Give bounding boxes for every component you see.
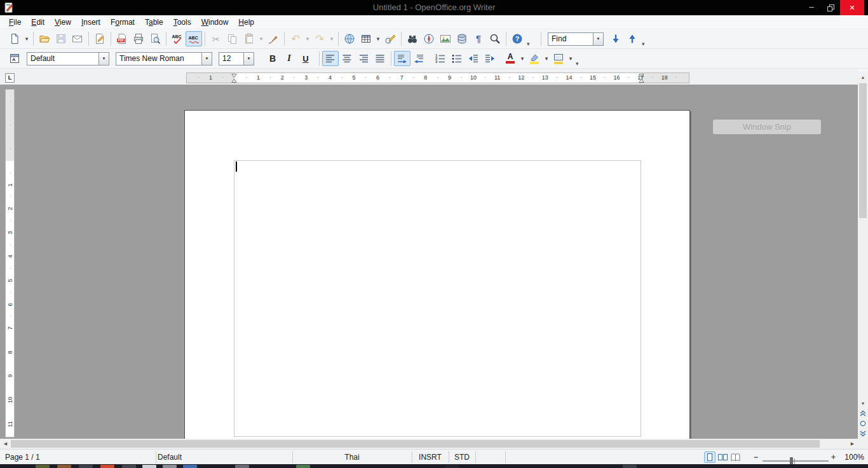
zoom-button[interactable]: [487, 31, 503, 46]
help-button[interactable]: ?: [509, 31, 526, 46]
new-document-dropdown[interactable]: [23, 31, 31, 46]
background-color-button[interactable]: [550, 51, 567, 66]
scroll-right-button[interactable]: [847, 439, 858, 449]
find-replace-button[interactable]: [404, 31, 421, 46]
font-size-combobox[interactable]: 12: [219, 52, 254, 65]
menu-window[interactable]: Window: [196, 16, 234, 29]
minimize-button[interactable]: [802, 0, 821, 15]
horizontal-ruler[interactable]: 1123456789101112131415161718············…: [186, 72, 689, 83]
view-single-page-button[interactable]: [704, 451, 715, 463]
restore-button[interactable]: [821, 0, 840, 15]
undo-button[interactable]: ↶: [287, 31, 304, 46]
spellcheck-button[interactable]: ABC: [169, 31, 186, 46]
vertical-ruler[interactable]: 1234567891011··········: [5, 89, 15, 437]
print-button[interactable]: [130, 31, 147, 46]
vertical-scrollbar-thumb[interactable]: [859, 83, 867, 218]
data-sources-button[interactable]: [454, 31, 470, 46]
previous-page-button[interactable]: [858, 408, 868, 418]
menu-edit[interactable]: Edit: [26, 16, 50, 29]
align-right-button[interactable]: [355, 51, 372, 66]
paragraph-style-dropdown-icon[interactable]: [98, 53, 109, 65]
language-field[interactable]: Thai: [292, 450, 412, 465]
horizontal-scrollbar-thumb[interactable]: [11, 440, 820, 448]
export-pdf-button[interactable]: PDF: [114, 31, 130, 46]
highlighting-button[interactable]: [526, 51, 543, 66]
close-button[interactable]: [840, 0, 864, 15]
gallery-button[interactable]: [437, 31, 454, 46]
edit-file-button[interactable]: [92, 31, 108, 46]
font-size-dropdown-icon[interactable]: [243, 53, 254, 65]
scroll-left-button[interactable]: [0, 439, 11, 449]
view-book-button[interactable]: [729, 451, 741, 463]
styles-and-formatting-button[interactable]: [6, 51, 23, 66]
font-name-dropdown-icon[interactable]: [201, 53, 212, 65]
zoom-out-button[interactable]: [754, 450, 758, 465]
taskbar-app-icon[interactable]: [296, 465, 310, 468]
zoom-level[interactable]: 100%: [840, 450, 864, 465]
cut-button[interactable]: ✂: [208, 31, 224, 46]
taskbar-app-icon[interactable]: [79, 465, 93, 468]
taskbar-app-icon[interactable]: [623, 465, 637, 468]
copy-button[interactable]: [224, 31, 241, 46]
insert-mode-field[interactable]: INSRT: [412, 450, 449, 465]
menu-file[interactable]: File: [4, 16, 26, 29]
insert-table-dropdown[interactable]: [374, 31, 382, 46]
left-to-right-button[interactable]: [394, 51, 410, 66]
auto-spellcheck-button[interactable]: ABC: [186, 31, 202, 46]
page-indicator[interactable]: Page 1 / 1: [5, 450, 40, 465]
taskbar-app-icon[interactable]: [235, 465, 249, 468]
bullet-list-button[interactable]: [449, 51, 465, 66]
menu-insert[interactable]: Insert: [76, 16, 105, 29]
menu-format[interactable]: Format: [105, 16, 140, 29]
background-color-dropdown[interactable]: [567, 51, 574, 66]
find-dropdown-icon[interactable]: [593, 33, 603, 45]
find-combobox[interactable]: Find: [548, 32, 604, 46]
taskbar-app-icon[interactable]: [163, 465, 177, 468]
nonprinting-characters-button[interactable]: ¶: [470, 31, 487, 46]
find-next-button[interactable]: [607, 31, 624, 46]
menu-view[interactable]: View: [50, 16, 76, 29]
underline-button[interactable]: U: [297, 51, 314, 66]
open-button[interactable]: [36, 31, 53, 46]
font-color-button[interactable]: A: [502, 51, 519, 66]
menu-tools[interactable]: Tools: [168, 16, 196, 29]
insert-table-button[interactable]: [358, 31, 374, 46]
find-previous-button[interactable]: [624, 31, 641, 46]
email-button[interactable]: [69, 31, 86, 46]
numbered-list-button[interactable]: 123: [432, 51, 449, 66]
italic-button[interactable]: I: [281, 51, 297, 66]
formatting-toolbar-options[interactable]: [574, 50, 583, 67]
taskbar-app-icon[interactable]: [57, 465, 71, 468]
align-center-button[interactable]: [339, 51, 355, 66]
horizontal-scrollbar[interactable]: [0, 439, 858, 449]
taskbar-app-icon[interactable]: [36, 465, 50, 468]
document-page[interactable]: [184, 110, 690, 439]
format-paintbrush-button[interactable]: [265, 31, 281, 46]
save-button[interactable]: [53, 31, 69, 46]
taskbar-app-icon[interactable]: [142, 465, 156, 468]
redo-button[interactable]: ↷: [311, 31, 328, 46]
view-multi-page-button[interactable]: [717, 451, 728, 463]
scroll-down-button[interactable]: [858, 398, 868, 408]
redo-dropdown[interactable]: [328, 31, 336, 46]
bold-button[interactable]: B: [264, 51, 281, 66]
taskbar-app-icon[interactable]: [100, 465, 114, 468]
increase-indent-button[interactable]: [482, 51, 498, 66]
taskbar-app-icon[interactable]: [445, 465, 459, 468]
scroll-up-button[interactable]: [858, 72, 868, 82]
menu-help[interactable]: Help: [233, 16, 259, 29]
right-to-left-button[interactable]: [410, 51, 427, 66]
taskbar-app-icon[interactable]: [183, 465, 197, 468]
align-left-button[interactable]: [322, 51, 339, 66]
undo-dropdown[interactable]: [304, 31, 311, 46]
paste-button[interactable]: [241, 31, 257, 46]
font-color-dropdown[interactable]: [519, 51, 526, 66]
tab-stop-selector[interactable]: L: [5, 73, 15, 83]
find-toolbar-options[interactable]: [641, 31, 649, 47]
standard-toolbar-options[interactable]: [526, 31, 534, 47]
justify-button[interactable]: [372, 51, 388, 66]
vertical-scrollbar[interactable]: [858, 72, 868, 439]
font-name-combobox[interactable]: Times New Roman: [116, 52, 212, 65]
hyperlink-button[interactable]: [341, 31, 358, 46]
left-indent-marker[interactable]: [231, 74, 237, 83]
